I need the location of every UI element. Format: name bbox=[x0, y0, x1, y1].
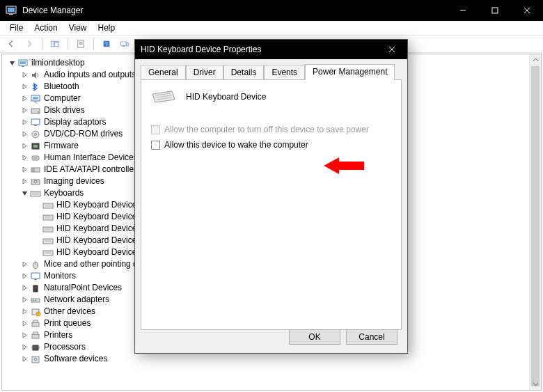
expander-icon[interactable] bbox=[20, 154, 29, 162]
tree-node-label: Keyboards bbox=[44, 187, 84, 199]
minimize-button[interactable] bbox=[447, 0, 479, 21]
expander-icon[interactable] bbox=[20, 355, 29, 363]
scrollbar-thumb[interactable] bbox=[531, 66, 540, 386]
maximize-button[interactable] bbox=[479, 0, 511, 21]
expander-icon[interactable] bbox=[33, 213, 41, 221]
svg-rect-82 bbox=[32, 356, 39, 363]
naturalpoint-icon bbox=[30, 283, 41, 293]
expander-icon[interactable] bbox=[20, 107, 29, 115]
checkbox-box-icon[interactable] bbox=[151, 141, 160, 150]
menu-help[interactable]: Help bbox=[93, 22, 121, 34]
vertical-scrollbar[interactable] bbox=[529, 54, 541, 390]
svg-rect-17 bbox=[122, 46, 125, 47]
close-button[interactable] bbox=[511, 0, 543, 21]
svg-text:?: ? bbox=[105, 41, 108, 47]
dialog-titlebar: HID Keyboard Device Properties bbox=[135, 40, 407, 59]
expander-icon[interactable] bbox=[20, 343, 29, 352]
menu-view[interactable]: View bbox=[63, 22, 93, 34]
expander-icon[interactable] bbox=[20, 272, 29, 281]
tab-general[interactable]: General bbox=[141, 65, 186, 80]
tree-node-label: Computer bbox=[44, 93, 81, 104]
expander-icon[interactable] bbox=[8, 59, 16, 68]
tree-node-software[interactable]: Software devices bbox=[5, 353, 541, 365]
keyboard-icon bbox=[30, 189, 41, 198]
svg-rect-64 bbox=[34, 279, 37, 280]
tab-driver[interactable]: Driver bbox=[186, 65, 223, 80]
expander-icon[interactable] bbox=[20, 130, 29, 139]
svg-rect-10 bbox=[78, 40, 84, 47]
toolbar-back-button[interactable] bbox=[3, 36, 19, 52]
software-icon bbox=[30, 354, 41, 364]
expander-icon[interactable] bbox=[20, 71, 29, 79]
keyboard-icon bbox=[151, 90, 176, 104]
toolbar-show-hide-button[interactable] bbox=[47, 36, 63, 52]
svg-rect-24 bbox=[22, 66, 24, 67]
toolbar-devices-button[interactable] bbox=[116, 36, 133, 52]
checkbox-allow-wake[interactable]: Allow this device to wake the computer bbox=[151, 139, 391, 151]
toolbar-forward-button[interactable] bbox=[21, 36, 38, 52]
scroll-up-button[interactable] bbox=[530, 54, 541, 66]
tree-node-label: Disk drives bbox=[44, 104, 85, 116]
mouse-icon bbox=[30, 260, 41, 269]
expander-icon[interactable] bbox=[33, 201, 41, 210]
tab-details[interactable]: Details bbox=[223, 65, 265, 80]
expander-icon[interactable] bbox=[20, 260, 29, 269]
expander-icon[interactable] bbox=[20, 178, 29, 186]
expander-icon[interactable] bbox=[20, 189, 29, 198]
expander-icon[interactable] bbox=[20, 142, 29, 150]
properties-dialog: HID Keyboard Device Properties General D… bbox=[134, 39, 408, 354]
svg-rect-2 bbox=[9, 14, 13, 15]
tab-power-management[interactable]: Power Management bbox=[305, 64, 395, 80]
network-icon bbox=[30, 295, 41, 305]
keyboard-icon bbox=[42, 248, 54, 258]
expander-icon[interactable] bbox=[20, 296, 29, 304]
expander-icon[interactable] bbox=[33, 225, 41, 233]
cancel-button[interactable]: Cancel bbox=[346, 329, 398, 345]
tab-page-power-management: HID Keyboard Device Allow the computer t… bbox=[141, 79, 402, 330]
expander-icon[interactable] bbox=[33, 249, 41, 257]
menu-action[interactable]: Action bbox=[29, 22, 63, 34]
svg-rect-23 bbox=[20, 61, 26, 64]
expander-icon[interactable] bbox=[33, 237, 41, 245]
tree-node-label: NaturalPoint Devices bbox=[44, 282, 122, 294]
expander-icon[interactable] bbox=[20, 320, 29, 328]
cdrom-icon bbox=[30, 130, 41, 139]
svg-rect-75 bbox=[32, 334, 39, 338]
printer-icon bbox=[30, 331, 41, 340]
toolbar-separator bbox=[93, 38, 94, 50]
svg-rect-77 bbox=[33, 345, 38, 350]
expander-icon[interactable] bbox=[20, 308, 29, 316]
dialog-close-button[interactable] bbox=[382, 40, 402, 59]
scroll-down-button[interactable] bbox=[530, 378, 541, 390]
svg-rect-4 bbox=[492, 8, 498, 13]
svg-rect-16 bbox=[121, 42, 127, 45]
toolbar-separator bbox=[42, 38, 42, 50]
toolbar-properties-button[interactable] bbox=[72, 36, 89, 52]
tree-node-label: ilmiontdesktop bbox=[31, 57, 85, 69]
dialog-tabs: General Driver Details Events Power Mana… bbox=[135, 59, 407, 79]
expander-icon[interactable] bbox=[20, 83, 29, 91]
tree-node-label: HID Keyboard Device bbox=[56, 211, 136, 223]
expander-icon[interactable] bbox=[20, 95, 29, 103]
svg-rect-26 bbox=[33, 97, 38, 100]
svg-point-29 bbox=[38, 111, 39, 113]
toolbar-separator bbox=[68, 38, 68, 50]
tree-node-label: Processors bbox=[44, 341, 86, 353]
expander-icon[interactable] bbox=[20, 118, 29, 127]
tab-events[interactable]: Events bbox=[264, 65, 305, 80]
hid-icon bbox=[30, 153, 41, 163]
root-icon bbox=[17, 58, 29, 68]
ok-button[interactable]: OK bbox=[289, 329, 340, 345]
tree-node-label: Audio inputs and outputs bbox=[44, 69, 136, 81]
toolbar-help-button[interactable]: ? bbox=[98, 36, 115, 52]
svg-rect-30 bbox=[31, 119, 40, 125]
expander-icon[interactable] bbox=[20, 166, 29, 174]
svg-marker-90 bbox=[324, 157, 364, 174]
processor-icon bbox=[30, 343, 41, 352]
svg-text:!: ! bbox=[38, 312, 38, 316]
menu-file[interactable]: File bbox=[4, 22, 29, 34]
tree-node-label: HID Keyboard Device bbox=[56, 246, 136, 258]
expander-icon[interactable] bbox=[20, 284, 29, 292]
expander-icon[interactable] bbox=[20, 331, 29, 340]
keyboard-icon bbox=[42, 236, 54, 246]
